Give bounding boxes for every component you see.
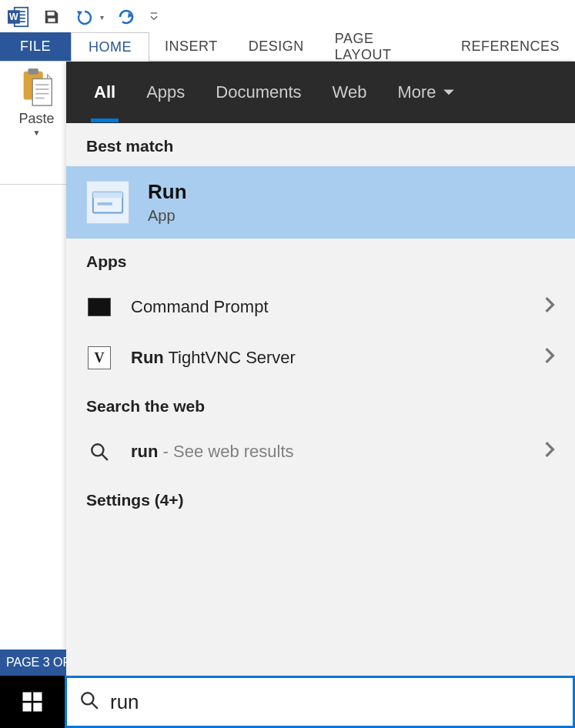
redo-button[interactable]	[116, 7, 136, 27]
chevron-down-icon	[443, 82, 455, 102]
result-label: run - See web results	[131, 442, 294, 462]
ribbon-tab-design[interactable]: DESIGN	[233, 32, 319, 61]
svg-rect-17	[98, 202, 112, 205]
best-match-result[interactable]: Run App	[66, 166, 575, 239]
filter-tab-more[interactable]: More	[396, 62, 456, 122]
taskbar-search-box[interactable]	[65, 676, 575, 728]
ribbon-tab-page-layout[interactable]: PAGE LAYOUT	[319, 32, 446, 61]
start-search-panel: All Apps Documents Web More Best match R…	[66, 62, 575, 676]
svg-rect-23	[33, 703, 42, 711]
match-bold: run	[131, 442, 158, 461]
qat-customize-button[interactable]	[149, 7, 159, 27]
svg-rect-9	[28, 68, 38, 75]
result-label: Run TightVNC Server	[131, 348, 296, 368]
ribbon-tab-references[interactable]: REFERENCES	[446, 32, 575, 61]
word-logo-icon: W	[8, 6, 29, 28]
filter-tab-web[interactable]: Web	[331, 62, 369, 122]
search-icon	[79, 690, 99, 713]
svg-point-18	[92, 444, 103, 456]
ribbon-tab-home[interactable]: HOME	[71, 32, 149, 62]
save-button[interactable]	[42, 7, 62, 27]
command-prompt-icon	[86, 294, 112, 320]
best-match-title: Run	[148, 180, 187, 204]
heading-search-web: Search the web	[66, 383, 575, 426]
result-label: Command Prompt	[131, 297, 269, 317]
svg-rect-10	[32, 78, 52, 105]
chevron-right-icon[interactable]	[544, 441, 555, 463]
svg-rect-16	[93, 192, 122, 199]
best-match-text: Run App	[148, 180, 187, 225]
undo-dropdown-icon[interactable]: ▾	[100, 13, 104, 22]
svg-text:W: W	[9, 12, 18, 22]
ribbon-group-clipboard: Paste ▼	[6, 66, 68, 178]
search-icon	[86, 439, 112, 465]
match-rest: - See web results	[158, 442, 293, 461]
ribbon-tab-strip: FILE HOME INSERT DESIGN PAGE LAYOUT REFE…	[0, 32, 575, 62]
svg-rect-21	[33, 693, 42, 701]
filter-tab-documents[interactable]: Documents	[214, 62, 303, 122]
heading-apps: Apps	[66, 239, 575, 282]
run-app-icon	[86, 181, 129, 224]
ribbon-tab-insert[interactable]: INSERT	[149, 32, 233, 61]
chevron-right-icon[interactable]	[544, 347, 555, 369]
filter-tab-apps[interactable]: Apps	[145, 62, 186, 122]
search-filter-tabs: All Apps Documents Web More	[66, 62, 575, 123]
svg-rect-20	[23, 693, 32, 701]
svg-rect-22	[23, 703, 32, 711]
heading-best-match: Best match	[66, 123, 575, 166]
windows-logo-icon	[21, 690, 44, 713]
undo-button[interactable]	[74, 7, 94, 27]
start-button[interactable]	[0, 676, 65, 728]
result-web-run[interactable]: run - See web results	[66, 426, 575, 477]
tightvnc-icon: V	[86, 345, 112, 371]
taskbar	[0, 676, 575, 728]
svg-line-19	[102, 454, 108, 460]
match-bold: Run	[131, 348, 164, 367]
result-command-prompt[interactable]: Command Prompt	[66, 282, 575, 332]
chevron-right-icon[interactable]	[544, 296, 555, 318]
quick-access-toolbar: W ▾	[0, 0, 575, 32]
heading-settings[interactable]: Settings (4+)	[66, 477, 575, 520]
paste-dropdown-icon[interactable]: ▼	[33, 129, 41, 137]
word-status-bar[interactable]: PAGE 3 OF	[0, 650, 66, 676]
filter-tab-all[interactable]: All	[92, 62, 117, 122]
best-match-subtitle: App	[148, 207, 187, 225]
paste-button[interactable]	[18, 66, 56, 109]
match-rest: TightVNC Server	[164, 348, 296, 367]
taskbar-search-input[interactable]	[110, 690, 560, 714]
svg-point-24	[82, 693, 93, 704]
svg-line-25	[92, 703, 98, 709]
paste-label: Paste	[18, 111, 54, 127]
filter-tab-more-label: More	[397, 82, 436, 102]
ribbon-tab-file[interactable]: FILE	[0, 32, 71, 61]
result-tightvnc[interactable]: V Run TightVNC Server	[66, 332, 575, 383]
page-indicator: PAGE 3 OF	[6, 656, 66, 670]
